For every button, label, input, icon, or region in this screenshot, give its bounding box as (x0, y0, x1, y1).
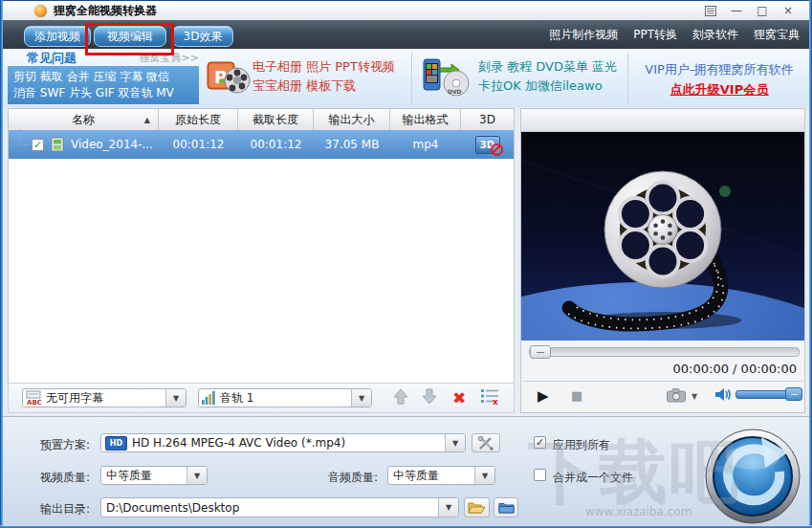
svg-text:ABC: ABC (27, 399, 41, 406)
volume-button[interactable] (714, 387, 731, 405)
column-header-orig-length[interactable]: 原始长度 (159, 109, 238, 130)
close-button[interactable]: × (780, 4, 796, 17)
sort-asc-icon: ▲ (144, 116, 150, 124)
tree-guide-line (19, 129, 31, 145)
faq-links-box[interactable]: 剪切 截取 合并 压缩 字幕 微信 消音 SWF 片头 GIF 双音轨 MV (8, 66, 199, 104)
phone-to-dvd-icon[interactable]: DVD (423, 56, 471, 101)
audio-track-icon (202, 390, 215, 406)
table-row[interactable]: ✓ Video_2014-... 00:01:12 00:01:12 37.05… (9, 130, 514, 159)
column-header-trim-length[interactable]: 截取长度 (238, 109, 314, 130)
play-button[interactable]: ▶ (538, 387, 549, 405)
maximize-button[interactable]: □ (755, 4, 770, 17)
audio-dropdown-arrow[interactable]: ▼ (351, 389, 371, 407)
column-header-3d[interactable]: 3D (461, 109, 514, 130)
svg-text:x: x (493, 397, 498, 405)
audio-track-select[interactable]: 音轨 1 ▼ (198, 388, 372, 407)
film-reel-art (521, 132, 804, 341)
row-3d-badge[interactable]: 3D (475, 136, 500, 154)
annotation-highlight-box (85, 23, 174, 55)
volume-slider-handle[interactable] (785, 387, 802, 401)
down-arrow-icon (422, 388, 437, 405)
svg-text:DVD: DVD (448, 88, 462, 95)
up-arrow-icon (393, 388, 408, 405)
seek-slider-track[interactable] (529, 347, 800, 357)
subtitle-select[interactable]: ABC 无可用字幕 ▼ (22, 388, 187, 407)
ppt-video-icon[interactable]: P (207, 57, 251, 100)
delete-file-button[interactable]: ✖ (452, 390, 466, 407)
subtitle-icon: ABC (26, 390, 41, 406)
toolbar-separator (627, 53, 628, 104)
title-bar: 狸窝全能视频转换器 — □ × (3, 1, 809, 20)
preview-header-strip (521, 109, 804, 132)
faq-links-line1[interactable]: 剪切 截取 合并 压缩 字幕 微信 (13, 69, 193, 85)
output-dir-dropdown-arrow[interactable]: ▼ (438, 498, 458, 517)
row-checkbox[interactable]: ✓ (32, 139, 44, 151)
window-menu-button[interactable] (703, 4, 718, 17)
preset-label: 预置方案: (40, 437, 90, 453)
video-quality-dropdown-arrow[interactable]: ▼ (187, 467, 207, 484)
column-header-name[interactable]: 名称 ▲ (9, 109, 159, 130)
merge-checkbox[interactable] (534, 469, 546, 481)
tab-add-video[interactable]: 添加视频 (24, 26, 91, 47)
video-quality-select[interactable]: 中等质量 ▼ (100, 466, 208, 485)
seek-slider-handle[interactable] (530, 345, 551, 359)
tab-3d-effect[interactable]: 3D效果 (172, 26, 233, 47)
vip-upgrade-link[interactable]: 点此升级VIP会员 (631, 79, 807, 99)
3d-disabled-icon (491, 143, 503, 156)
video-preview[interactable] (521, 132, 804, 341)
row-out-size: 37.05 MB (314, 130, 390, 159)
preset-select[interactable]: HD HD H.264 MPEG-4 AVC Video (*.mp4) ▼ (100, 433, 466, 452)
merge-label: 合并成一个文件 (553, 470, 633, 486)
camera-icon (667, 388, 686, 403)
menu-burn-software[interactable]: 刻录软件 (692, 27, 738, 43)
ppt-links-line2[interactable]: 宝宝相册 模板下载 (252, 77, 395, 96)
stop-button[interactable]: ■ (571, 388, 582, 403)
video-quality-label: 视频质量: (40, 470, 90, 486)
tools-icon (478, 436, 494, 451)
faq-links-line2[interactable]: 消音 SWF 片头 GIF 双音轨 MV (13, 85, 193, 101)
snapshot-button[interactable] (667, 388, 686, 406)
list-controls-bar: ABC 无可用字幕 ▼ 音轨 1 ▼ ✖ (8, 383, 515, 413)
folder-blue-icon (498, 501, 515, 514)
file-list-panel: 名称 ▲ 原始长度 截取长度 输出大小 输出格式 3D ✓ Video_2014… (8, 108, 515, 384)
convert-button[interactable] (704, 428, 801, 525)
table-header: 名称 ▲ 原始长度 截取长度 输出大小 输出格式 3D (9, 109, 514, 130)
move-down-button[interactable] (422, 388, 437, 407)
output-dir-label: 输出目录: (40, 501, 90, 517)
burn-links-line1[interactable]: 刻录 教程 DVD菜单 蓝光 (478, 57, 617, 77)
preview-panel: 00:00:00 / 00:00:00 ▶ ■ ▼ (520, 108, 805, 413)
toolbar-separator (411, 53, 412, 104)
menu-leawo-baodian[interactable]: 狸窝宝典 (754, 27, 800, 43)
snapshot-dropdown-arrow[interactable]: ▼ (691, 392, 697, 401)
clear-list-button[interactable]: x (481, 388, 500, 407)
menu-ppt-convert[interactable]: PPT转换 (633, 27, 677, 43)
app-window: 狸窝全能视频转换器 — □ × 添加视频 视频编辑 3D效果 照片制作视频 PP… (0, 0, 812, 528)
folder-open-icon (468, 501, 486, 515)
row-orig-length: 00:01:12 (159, 130, 238, 159)
output-dir-select[interactable]: D:\Documents\Desktop ▼ (100, 497, 459, 517)
column-header-out-format[interactable]: 输出格式 (390, 109, 461, 130)
apply-all-label: 应用到所有 (553, 437, 610, 453)
minimize-button[interactable]: — (729, 4, 744, 17)
convert-icon (704, 428, 801, 525)
move-up-button[interactable] (393, 388, 408, 407)
column-header-out-size[interactable]: 输出大小 (314, 109, 390, 130)
ppt-links-line1[interactable]: 电子相册 照片 PPT转视频 (252, 57, 395, 77)
video-file-icon (50, 137, 65, 152)
row-out-format: mp4 (390, 130, 461, 159)
menu-photo-to-video[interactable]: 照片制作视频 (549, 27, 618, 43)
row-trim-length: 00:01:12 (238, 130, 314, 159)
audio-quality-dropdown-arrow[interactable]: ▼ (474, 467, 494, 484)
row-name: Video_2014-... (71, 138, 153, 151)
burn-links-line2[interactable]: 卡拉OK 加微信ileawo (478, 77, 617, 96)
time-display: 00:00:00 / 00:00:00 (673, 362, 797, 376)
audio-quality-select[interactable]: 中等质量 ▼ (387, 466, 495, 485)
open-output-folder-button[interactable] (464, 497, 490, 517)
browse-folder-button[interactable] (494, 497, 518, 517)
speaker-icon (714, 387, 731, 402)
preset-settings-button[interactable] (472, 433, 500, 452)
subtitle-dropdown-arrow[interactable]: ▼ (165, 389, 186, 407)
apply-all-checkbox[interactable]: ✓ (534, 436, 546, 449)
faq-title: 常见问题 (27, 50, 77, 67)
preset-dropdown-arrow[interactable]: ▼ (445, 434, 465, 451)
